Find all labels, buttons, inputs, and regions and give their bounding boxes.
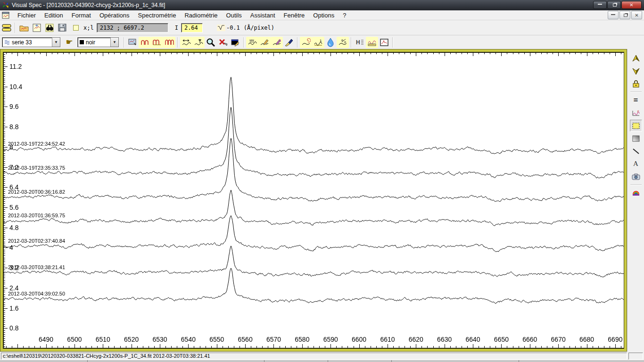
draw-line-button[interactable] [258,37,271,48]
preview-window-button[interactable] [378,37,390,48]
copy-profile-button[interactable]: c [630,107,642,119]
measure-button[interactable] [366,37,378,48]
spectra-canvas[interactable] [3,52,624,348]
pencil-points-icon [272,38,281,47]
restore-button[interactable] [607,1,621,9]
open-profile-button[interactable] [17,22,30,34]
close-button[interactable]: ✕ [621,1,642,9]
shift-y-button[interactable] [192,37,205,48]
shift-x-icon [182,38,191,47]
status-file-path: c:\eshell\120319\20120320-033821-CHcyg-2… [1,353,627,360]
selection-zone-icon [632,122,640,130]
series-cascade-mode-button[interactable] [163,37,175,48]
minimize-button[interactable] [593,1,607,9]
intensity-field[interactable]: 2.64 [181,23,203,33]
equals-icon: = [634,96,638,105]
colors-palette-button[interactable] [630,187,642,199]
lock-scale-button[interactable] [630,78,642,90]
stack-mode-icon [152,39,162,46]
menu-edition[interactable]: Edition [40,11,67,20]
color-combobox[interactable]: noir ▼ [77,37,119,47]
browse-profiles-button[interactable] [43,22,56,34]
display-mode-button[interactable] [126,37,139,48]
document-icon[interactable] [2,12,9,19]
menu-outils[interactable]: Outils [222,11,246,20]
draw-points-button[interactable] [271,37,283,48]
mdi-minimize-button[interactable] [608,11,619,19]
scroll-up-button[interactable] [630,52,642,64]
title-bar: Visual Spec - [20120320-043902-chcyg-2x1… [0,0,644,10]
binoculars-icon [44,23,55,33]
mdi-restore-button[interactable] [619,11,630,19]
water-drop-icon [327,38,334,47]
draw-segment-button[interactable] [630,145,642,157]
select-zone-button[interactable] [630,120,642,132]
snapshot-button[interactable] [630,171,642,182]
xl-label: x;l [83,25,94,31]
color-dropdown-button[interactable]: ▼ [110,38,118,47]
menu-spectrometrie[interactable]: Spectrométrie [134,11,181,20]
normalize-button[interactable]: 1 [312,37,324,48]
fill-gradient-button[interactable] [630,132,642,144]
series-overlay-mode-button[interactable] [139,37,151,48]
hand-icon: ☛ [66,38,73,46]
menu-assistant[interactable]: Assistant [246,11,280,20]
status-empty-panel [628,353,643,360]
edit-graph-button[interactable] [229,37,241,48]
dispersion-value: -0.1 [226,25,240,31]
scroll-down-button[interactable] [630,65,642,77]
gradient-icon [632,135,640,142]
undo-profile-button[interactable] [300,37,312,48]
menu-bar: Fichier Edition Format Opérations Spectr… [0,10,644,20]
element-lines-icon: H [355,38,364,47]
series-combobox[interactable]: serie 33 ▼ [2,37,60,47]
normalize-icon: 1 [314,38,323,47]
filter-button[interactable] [324,37,337,48]
overlay-mode-icon [140,39,149,46]
smooth-button[interactable] [283,37,295,48]
menu-fichier[interactable]: Fichier [13,11,40,20]
cursor-position-field[interactable]: 2132 ; 6697.2 [97,23,168,33]
dispersion-unit: (Å/pixel) [244,25,274,31]
delete-profile-button[interactable] [217,37,229,48]
series-stack-mode-button[interactable] [151,37,163,48]
profile-copy-icon: c [632,109,640,117]
delete-cross-icon [218,38,228,47]
zoom-button[interactable] [205,37,217,48]
shift-x-button[interactable] [180,37,192,48]
menu-aide[interactable]: ? [339,11,350,20]
hand-select-button[interactable]: ☛ [63,37,75,48]
intensity-label: I [175,25,178,31]
plot-area [3,52,624,349]
session-stack-button[interactable] [0,22,13,34]
text-icon: A [633,160,638,168]
line-icon [632,148,640,155]
color-swatch [80,40,84,44]
svg-text:c: c [637,109,639,113]
menu-radiometrie[interactable]: Radiométrie [180,11,222,20]
cascade-mode-icon [165,39,174,46]
save-button[interactable] [56,22,68,34]
edit-profile-button[interactable] [30,22,43,34]
brush-icon [284,38,294,47]
plot-frame [0,49,627,352]
arrow-down-icon [632,67,640,75]
menu-operations[interactable]: Opérations [95,11,134,20]
menu-options[interactable]: Options [309,11,339,20]
mdi-close-button[interactable]: ✕ [631,11,642,19]
open-folder-icon [19,23,29,33]
add-text-button[interactable]: A [630,158,642,170]
divide-profile-button[interactable] [337,37,349,48]
crop-zone-button[interactable] [246,37,258,48]
elements-button[interactable]: H [354,37,366,48]
xl-checkbox[interactable] [73,25,79,31]
series-dropdown-button[interactable]: ▼ [52,38,60,47]
menu-format[interactable]: Format [67,11,95,20]
status-bar: c:\eshell\120319\20120320-033821-CHcyg-2… [0,352,644,360]
pencil-line-icon [260,38,269,47]
app-logo-icon [2,2,9,8]
menu-fenetre[interactable]: Fenêtre [280,11,309,20]
display-mode-icon [128,38,137,47]
series-selected-value: serie 33 [12,39,32,46]
equalize-button[interactable]: = [630,94,642,106]
